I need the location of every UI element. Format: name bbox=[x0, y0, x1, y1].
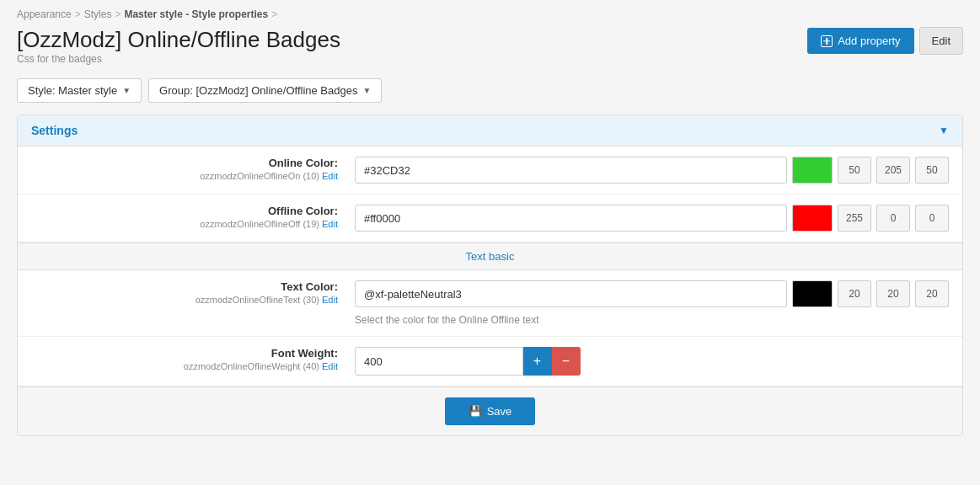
group-dropdown-label: Group: [OzzModz] Online/Offline Badges bbox=[159, 84, 357, 97]
text-basic-section-header: Text basic bbox=[18, 242, 962, 270]
text-color-r: 20 bbox=[838, 280, 871, 307]
font-weight-meta-text: ozzmodzOnlineOflineWeight (40) bbox=[184, 361, 319, 371]
font-weight-input[interactable] bbox=[355, 347, 523, 376]
save-button[interactable]: 💾 Save bbox=[445, 397, 536, 425]
breadcrumb-current: Master style - Style properties bbox=[124, 8, 268, 20]
group-dropdown-arrow: ▼ bbox=[362, 86, 371, 95]
online-color-input[interactable] bbox=[355, 157, 787, 184]
text-color-label: Text Color: bbox=[31, 280, 338, 293]
offline-color-g: 0 bbox=[876, 205, 910, 232]
text-color-input[interactable] bbox=[355, 280, 787, 307]
save-label: Save bbox=[487, 405, 512, 418]
breadcrumb-styles[interactable]: Styles bbox=[84, 8, 112, 20]
font-weight-edit-link[interactable]: Edit bbox=[322, 361, 338, 371]
add-property-button[interactable]: Add property bbox=[807, 28, 913, 54]
online-color-label: Online Color: bbox=[31, 157, 338, 169]
text-color-input-row: 20 20 20 bbox=[355, 280, 949, 307]
offline-color-swatch[interactable] bbox=[792, 205, 833, 232]
online-color-meta-text: ozzmodzOnlineOflineOn (10) bbox=[200, 171, 319, 181]
offline-color-row: Offline Color: ozzmodzOnlineOflineOff (1… bbox=[18, 195, 962, 242]
text-color-edit-link[interactable]: Edit bbox=[322, 295, 338, 305]
settings-section-header[interactable]: Settings ▼ bbox=[18, 115, 962, 147]
offline-color-label-col: Offline Color: ozzmodzOnlineOflineOff (1… bbox=[18, 205, 355, 232]
page-title-block: [OzzModz] Online/Offline Badges Css for … bbox=[17, 27, 340, 75]
text-color-label-col: Text Color: ozzmodzOnlineOflineText (30)… bbox=[18, 280, 355, 326]
font-weight-label-col: Font Weight: ozzmodzOnlineOflineWeight (… bbox=[18, 347, 355, 376]
breadcrumb-sep-2: > bbox=[115, 8, 120, 20]
edit-button[interactable]: Edit bbox=[919, 27, 963, 55]
page-subtitle: Css for the badges bbox=[17, 53, 340, 65]
text-basic-title: Text basic bbox=[466, 250, 515, 263]
online-color-edit-link[interactable]: Edit bbox=[322, 171, 338, 181]
offline-color-input-row: 255 0 0 bbox=[355, 205, 949, 232]
offline-color-r: 255 bbox=[838, 205, 871, 232]
font-weight-decrement-button[interactable]: − bbox=[552, 347, 581, 376]
font-weight-row: Font Weight: ozzmodzOnlineOflineWeight (… bbox=[18, 337, 962, 386]
page-header: [OzzModz] Online/Offline Badges Css for … bbox=[17, 27, 963, 75]
text-color-value-col: 20 20 20 Select the color for the Online… bbox=[355, 280, 962, 326]
settings-panel: Settings ▼ Online Color: ozzmodzOnlineOf… bbox=[17, 115, 963, 436]
font-weight-input-row: + − bbox=[355, 347, 949, 376]
group-dropdown[interactable]: Group: [OzzModz] Online/Offline Badges ▼ bbox=[148, 78, 382, 103]
offline-color-input[interactable] bbox=[355, 205, 787, 232]
breadcrumb-sep-3: > bbox=[271, 8, 277, 20]
online-color-label-col: Online Color: ozzmodzOnlineOflineOn (10)… bbox=[18, 157, 355, 184]
page-title: [OzzModz] Online/Offline Badges bbox=[17, 27, 340, 53]
online-color-r: 50 bbox=[838, 157, 871, 184]
online-color-value-col: 50 205 50 bbox=[355, 157, 962, 184]
font-weight-value-col: + − bbox=[355, 347, 962, 376]
offline-color-meta-text: ozzmodzOnlineOflineOff (19) bbox=[200, 219, 319, 229]
text-color-row: Text Color: ozzmodzOnlineOflineText (30)… bbox=[18, 270, 962, 337]
settings-section-title: Settings bbox=[31, 124, 78, 137]
font-weight-increment-button[interactable]: + bbox=[523, 347, 552, 376]
text-color-g: 20 bbox=[876, 280, 910, 307]
offline-color-label: Offline Color: bbox=[31, 205, 338, 217]
save-row: 💾 Save bbox=[18, 386, 962, 435]
breadcrumb-sep-1: > bbox=[75, 8, 81, 20]
online-color-b: 50 bbox=[915, 157, 949, 184]
settings-collapse-icon: ▼ bbox=[939, 125, 949, 136]
text-color-meta: ozzmodzOnlineOflineText (30) Edit bbox=[31, 295, 338, 305]
text-color-hint: Select the color for the Online Offline … bbox=[355, 314, 949, 326]
style-dropdown[interactable]: Style: Master style ▼ bbox=[17, 78, 142, 103]
text-color-swatch[interactable] bbox=[792, 280, 833, 307]
add-property-icon bbox=[821, 35, 833, 47]
breadcrumb: Appearance > Styles > Master style - Sty… bbox=[17, 8, 963, 20]
page-wrapper: Appearance > Styles > Master style - Sty… bbox=[0, 0, 980, 485]
text-color-b: 20 bbox=[915, 280, 949, 307]
add-property-label: Add property bbox=[838, 35, 900, 47]
font-weight-meta: ozzmodzOnlineOflineWeight (40) Edit bbox=[31, 361, 338, 371]
offline-color-value-col: 255 0 0 bbox=[355, 205, 962, 232]
filter-bar: Style: Master style ▼ Group: [OzzModz] O… bbox=[17, 78, 963, 103]
offline-color-meta: ozzmodzOnlineOflineOff (19) Edit bbox=[31, 219, 338, 229]
online-color-meta: ozzmodzOnlineOflineOn (10) Edit bbox=[31, 171, 338, 181]
text-color-meta-text: ozzmodzOnlineOflineText (30) bbox=[195, 295, 319, 305]
offline-color-edit-link[interactable]: Edit bbox=[322, 219, 338, 229]
offline-color-b: 0 bbox=[915, 205, 949, 232]
save-icon: 💾 bbox=[469, 405, 482, 418]
online-color-row: Online Color: ozzmodzOnlineOflineOn (10)… bbox=[18, 147, 962, 195]
style-dropdown-arrow: ▼ bbox=[122, 86, 131, 95]
online-color-swatch[interactable] bbox=[792, 157, 833, 184]
online-color-g: 205 bbox=[876, 157, 910, 184]
online-color-input-row: 50 205 50 bbox=[355, 157, 949, 184]
font-weight-label: Font Weight: bbox=[31, 347, 338, 360]
style-dropdown-label: Style: Master style bbox=[28, 84, 117, 97]
breadcrumb-appearance[interactable]: Appearance bbox=[17, 8, 72, 20]
header-actions: Add property Edit bbox=[807, 27, 963, 55]
